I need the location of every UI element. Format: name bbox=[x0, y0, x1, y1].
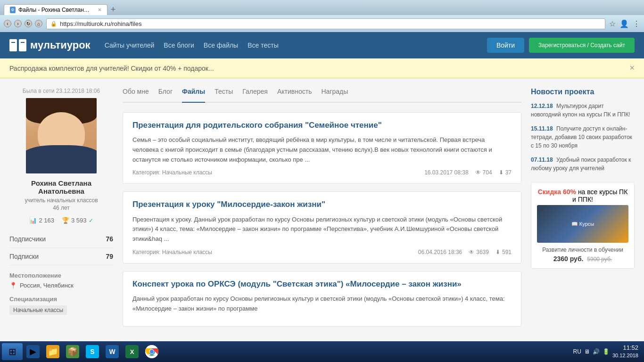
file-title-2[interactable]: Презентация к уроку "Милосердие-закон жи… bbox=[132, 199, 512, 210]
file-views-2: 👁 3639 bbox=[469, 249, 489, 255]
active-tab[interactable]: Ф Файлы - Рохина Светлана Анат... × bbox=[4, 4, 107, 15]
location-row: 📍 Россия, Челябинск bbox=[9, 282, 113, 289]
user-role: учитель начальных классов bbox=[9, 197, 113, 204]
header-buttons: Войти Зарегистроваться / Создать сайт bbox=[487, 38, 635, 53]
file-category-2: Категория: Начальные классы bbox=[132, 249, 212, 255]
file-downloads-count-1: 37 bbox=[505, 169, 512, 176]
file-views-count-1: 704 bbox=[483, 169, 492, 176]
file-stats-2: 06.04.2016 18:36 👁 3639 ⬇ 591 bbox=[418, 249, 512, 255]
account-icon[interactable]: 👤 bbox=[619, 19, 629, 28]
specialization-section: Специализация Начальные классы bbox=[9, 296, 113, 315]
address-bar[interactable]: 🔒 https://multiurok.ru/rohina/files bbox=[46, 18, 605, 29]
bookmark-star-icon[interactable]: ☆ bbox=[609, 19, 616, 28]
download-icon-1: ⬇ bbox=[499, 169, 504, 176]
new-tab-button[interactable]: + bbox=[107, 4, 119, 15]
file-date-2: 06.04.2016 18:36 bbox=[418, 249, 462, 255]
tab-awards[interactable]: Награды bbox=[321, 88, 348, 98]
file-downloads-count-2: 591 bbox=[502, 249, 512, 255]
site-logo[interactable]: мультиурок bbox=[9, 38, 91, 52]
file-meta-1: Категория: Начальные классы 16.03.2017 0… bbox=[132, 169, 512, 176]
ad-subtitle: на все курсы ПК и ППК! bbox=[572, 188, 627, 203]
file-stats-1: 16.03.2017 08:38 👁 704 ⬇ 37 bbox=[424, 169, 512, 176]
taskbar-item-chrome[interactable] bbox=[142, 343, 161, 360]
verified-icon: ✓ bbox=[89, 217, 93, 224]
refresh-button[interactable]: ↻ bbox=[25, 20, 32, 27]
register-button[interactable]: Зарегистроваться / Создать сайт bbox=[529, 38, 635, 53]
banner-text: Распродажа комплектов для учителей! Скид… bbox=[9, 65, 214, 72]
chart-icon: 📊 bbox=[29, 217, 37, 224]
file-entry-1: Презентация для родительского собрания "… bbox=[123, 112, 521, 184]
svg-point-7 bbox=[150, 350, 154, 354]
file-entry-2: Презентация к уроку "Милосердие-закон жи… bbox=[123, 191, 521, 263]
tab-gallery[interactable]: Галерея bbox=[242, 88, 268, 98]
trophy-icon: 🏆 bbox=[62, 217, 69, 224]
tab-about[interactable]: Обо мне bbox=[123, 88, 149, 98]
file-desc-2: Презентация к уроку. Данный урок разрабо… bbox=[132, 215, 512, 244]
file-manager-icon: 📁 bbox=[46, 345, 59, 358]
menu-icon[interactable]: ⋮ bbox=[633, 19, 640, 28]
tab-close-icon[interactable]: × bbox=[98, 7, 101, 13]
nav-files[interactable]: Все файлы bbox=[204, 41, 238, 49]
file-downloads-1: ⬇ 37 bbox=[499, 169, 512, 176]
nav-blogs[interactable]: Все блоги bbox=[164, 41, 194, 49]
file-desc-1: Семья – это особый социальный институт, … bbox=[132, 135, 512, 165]
lock-icon: 🔒 bbox=[50, 21, 57, 27]
file-title-3[interactable]: Конспект урока по ОРКСЭ (модуль "Светска… bbox=[132, 279, 512, 289]
file-views-1: 👁 704 bbox=[475, 169, 492, 176]
file-desc-3: Данный урок разработан по курсу Основы р… bbox=[132, 294, 512, 314]
subscriptions-label: Подписки bbox=[9, 253, 39, 260]
file-date-1: 16.03.2017 08:38 bbox=[424, 169, 468, 176]
file-views-count-2: 3639 bbox=[476, 249, 489, 255]
news-date-1: 12.12.18 bbox=[531, 103, 553, 109]
taskbar-item-media[interactable]: ▶ bbox=[24, 343, 42, 360]
news-item-2: 15.11.18 Получите доступ к онлайн-тетрад… bbox=[531, 124, 635, 150]
ad-pricing: 2360 руб. 5900 руб. bbox=[537, 255, 628, 263]
file-entry-3: Конспект урока по ОРКСЭ (модуль "Светска… bbox=[123, 271, 521, 327]
login-button[interactable]: Войти bbox=[487, 38, 524, 53]
taskbar-item-skype[interactable]: S bbox=[83, 343, 102, 360]
stat-score-value: 3 593 bbox=[71, 217, 87, 224]
subscribers-row: Подписчики 76 bbox=[9, 230, 113, 248]
download-icon-2: ⬇ bbox=[495, 249, 500, 255]
taskbar-item-excel[interactable]: X bbox=[123, 343, 141, 360]
browser-right-controls: ☆ 👤 ⋮ bbox=[609, 19, 640, 28]
ad-image: 📖 Курсы bbox=[537, 205, 628, 243]
subscribers-label: Подписчики bbox=[9, 235, 46, 243]
tab-activity[interactable]: Активность bbox=[277, 88, 312, 98]
tab-favicon: Ф bbox=[10, 7, 16, 13]
taskbar-item-files[interactable]: 📁 bbox=[43, 343, 62, 360]
taskbar-item-word[interactable]: W bbox=[103, 343, 122, 360]
svg-rect-1 bbox=[19, 39, 26, 51]
forward-button[interactable]: › bbox=[14, 20, 22, 27]
media-player-icon: ▶ bbox=[26, 345, 40, 358]
clock-time: 11:52 bbox=[612, 344, 638, 352]
svg-rect-0 bbox=[9, 39, 17, 51]
home-button[interactable]: ⌂ bbox=[35, 20, 42, 27]
news-item-3: 07.11.18 Удобный поиск разработок к любо… bbox=[531, 156, 635, 173]
network-icon: 🖥 bbox=[584, 348, 590, 355]
spec-tag[interactable]: Начальные классы bbox=[9, 305, 67, 315]
tab-files[interactable]: Файлы bbox=[182, 88, 205, 103]
tab-blog[interactable]: Блог bbox=[158, 88, 173, 98]
taskbar-item-archive[interactable]: 📦 bbox=[63, 343, 82, 360]
site-header: мультиурок Сайты учителей Все блоги Все … bbox=[0, 32, 644, 58]
news-date-2: 15.11.18 bbox=[531, 125, 553, 132]
banner-close-button[interactable]: × bbox=[629, 63, 635, 73]
content-area: Обо мне Блог Файлы Тесты Галерея Активно… bbox=[123, 88, 521, 352]
back-button[interactable]: ‹ bbox=[4, 20, 11, 27]
user-avatar bbox=[26, 98, 97, 173]
location-pin-icon: 📍 bbox=[9, 282, 17, 289]
battery-icon: 🔋 bbox=[603, 348, 610, 355]
tab-tests[interactable]: Тесты bbox=[215, 88, 233, 98]
nav-teachers[interactable]: Сайты учителей bbox=[105, 41, 155, 49]
file-title-1[interactable]: Презентация для родительского собрания "… bbox=[132, 120, 512, 131]
spec-label: Специализация bbox=[9, 296, 113, 303]
profile-tabs: Обо мне Блог Файлы Тесты Галерея Активно… bbox=[123, 88, 521, 103]
volume-icon: 🔊 bbox=[593, 348, 600, 355]
user-stats: 📊 2 163 🏆 3 593 ✓ bbox=[9, 217, 113, 224]
nav-tests[interactable]: Все тесты bbox=[248, 41, 279, 49]
clock: 11:52 30.12.2018 bbox=[612, 344, 638, 360]
promo-banner: Распродажа комплектов для учителей! Скид… bbox=[0, 58, 644, 78]
start-button[interactable]: ⊞ bbox=[2, 343, 23, 360]
taskbar: ⊞ ▶ 📁 📦 S W X RU 🖥 🔊 bbox=[0, 341, 644, 361]
